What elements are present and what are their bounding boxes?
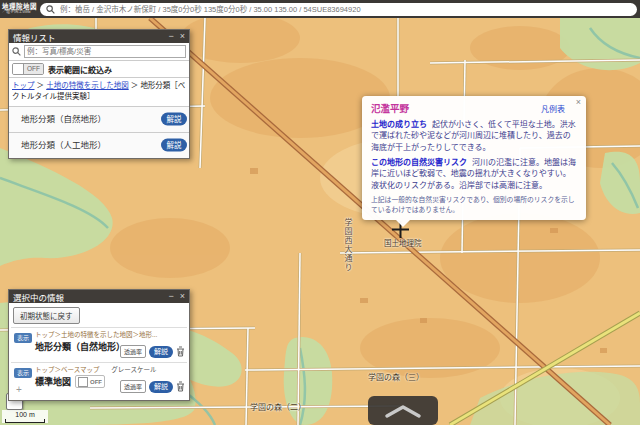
- kaisetsu-button[interactable]: 解説: [149, 346, 173, 358]
- grayscale-state: OFF: [90, 379, 102, 385]
- popup-note: 上記は一般的な自然災害リスクであり、個別の場所のリスクを示しているわけではありま…: [371, 195, 577, 214]
- close-icon[interactable]: ×: [180, 290, 185, 303]
- selected-info-titlebar[interactable]: 選択中の情報 − ×: [9, 290, 189, 303]
- kaisetsu-button[interactable]: 解説: [149, 381, 173, 393]
- reset-button[interactable]: 初期状態に戻す: [13, 307, 80, 324]
- grayscale-label: グレースケール: [111, 366, 156, 373]
- layer-item-artificial[interactable]: 地形分類（人工地形） 解説: [9, 133, 189, 158]
- popup-close-icon[interactable]: ×: [576, 98, 581, 107]
- minimize-icon[interactable]: −: [168, 30, 173, 43]
- info-list-titlebar[interactable]: 情報リスト − ×: [9, 30, 189, 43]
- breadcrumb-category[interactable]: 土地の特徴を示した地図: [46, 81, 129, 90]
- landform-popup: × 氾濫平野 凡例表 土地の成り立ち起伏が小さく、低くて平坦な土地。洪水で運ばれ…: [362, 96, 586, 220]
- top-header: 地理院地図 ／電子国土Web: [0, 0, 640, 18]
- map-label-road: 学園西大通り: [342, 218, 353, 272]
- scale-label: 100 m: [2, 410, 48, 419]
- close-icon[interactable]: ×: [180, 30, 185, 43]
- layer-item-natural[interactable]: 地形分類（自然地形） 解説: [9, 107, 189, 133]
- map-search-bar[interactable]: [40, 3, 637, 16]
- gsi-logo[interactable]: 地理院地図 ／電子国土Web: [0, 4, 38, 15]
- minimize-icon[interactable]: −: [168, 290, 173, 303]
- landform-risk-section: この地形の自然災害リスク河川の氾濫に注意。地盤は海岸に近いほど軟弱で、地震の揺れ…: [371, 157, 577, 192]
- scale-bar: 100 m: [2, 410, 48, 423]
- extent-filter-row: OFF 表示範囲に絞込み: [9, 61, 189, 78]
- info-list-title: 情報リスト: [13, 31, 56, 43]
- search-icon: [12, 47, 21, 56]
- kaisetsu-button[interactable]: 解説: [161, 139, 187, 152]
- selected-layer-natural: 表示 トップ＞土地の特徴を示した地図＞地形... 地形分類（自然地形） 透過率 …: [11, 327, 187, 362]
- checkbox: [78, 377, 88, 387]
- search-input[interactable]: [58, 4, 631, 15]
- info-list-panel: 情報リスト − × OFF 表示範囲に絞込み トップ ＞ 土地の特徴を示した地図: [8, 29, 190, 159]
- opacity-button[interactable]: 透過率: [120, 345, 146, 358]
- toggle-knob: [13, 64, 24, 74]
- layer-search-row: [9, 43, 189, 61]
- map-label-gakuen3: 学園の森（三）: [368, 371, 424, 382]
- landform-title: 氾濫平野: [371, 102, 409, 116]
- section-heading: この地形の自然災害リスク: [371, 158, 467, 167]
- breadcrumb-separator: ＞: [131, 81, 139, 90]
- selected-info-panel: 選択中の情報 − × 初期状態に戻す 表示 トップ＞土地の特徴を示した地図＞地形…: [8, 289, 190, 401]
- scale-line: [5, 419, 45, 423]
- breadcrumb-separator: ＞: [37, 81, 45, 90]
- layer-item-label: 地形分類（自然地形）: [21, 114, 106, 124]
- layer-path: トップ＞ベースマップ: [35, 366, 99, 373]
- layer-search-input[interactable]: [24, 45, 186, 58]
- section-heading: 土地の成り立ち: [371, 120, 427, 129]
- breadcrumb-top[interactable]: トップ: [12, 81, 35, 90]
- search-icon: [46, 5, 55, 14]
- selected-layer-std: 表示 トップ＞ベースマップ グレースケール 標準地図 OFF 透過率 解説: [11, 362, 187, 397]
- map-label-gsi: 国土地理院: [384, 237, 422, 248]
- layer-path: トップ＞土地の特徴を示した地図＞地形...: [35, 331, 185, 339]
- logo-subtitle: ／電子国土Web: [2, 10, 34, 14]
- breadcrumb: トップ ＞ 土地の特徴を示した地図 ＞ 地形分類［ベクトルタイル提供実験］: [9, 78, 189, 107]
- layer-item-label: 地形分類（人工地形）: [21, 140, 106, 150]
- opacity-button[interactable]: 透過率: [120, 380, 146, 393]
- visibility-badge[interactable]: 表示: [14, 368, 32, 378]
- trash-icon[interactable]: [176, 381, 185, 392]
- selected-info-title: 選択中の情報: [13, 291, 64, 303]
- legend-link[interactable]: 凡例表: [541, 104, 565, 116]
- map-label-gakuen2: 学園の森（二）: [250, 401, 306, 412]
- chevron-up-icon: [381, 403, 425, 419]
- trash-icon[interactable]: [176, 346, 185, 357]
- gsi-maps-app: 学園西大通り 国土地理院 学園の森（三） 学園の森（二） 地理院地図 ／電子国土…: [0, 0, 640, 425]
- plus-icon[interactable]: +: [16, 384, 22, 395]
- landform-origin-section: 土地の成り立ち起伏が小さく、低くて平坦な土地。洪水で運ばれた砂や泥などが河川周辺…: [371, 119, 577, 154]
- toggle-state: OFF: [24, 64, 43, 74]
- bottom-panel-expander[interactable]: [368, 396, 438, 425]
- grayscale-checkbox[interactable]: OFF: [75, 375, 105, 388]
- visibility-badge[interactable]: 表示: [14, 333, 32, 343]
- kaisetsu-button[interactable]: 解説: [161, 113, 187, 126]
- extent-filter-label: 表示範囲に絞込み: [48, 64, 112, 75]
- layer-name: 標準地図: [35, 375, 71, 388]
- extent-filter-toggle[interactable]: OFF: [12, 63, 44, 75]
